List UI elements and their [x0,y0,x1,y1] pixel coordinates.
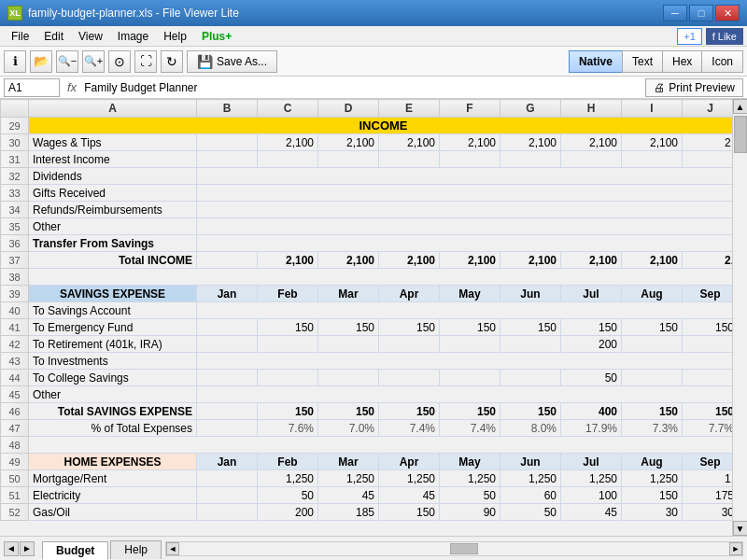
cell-e46[interactable]: 150 [379,403,440,420]
cell-c30[interactable]: 2,100 [258,134,318,151]
cell-j41[interactable]: 150 [683,319,733,336]
col-header-b[interactable]: B [197,100,258,118]
cell-i37[interactable]: 2,100 [622,252,683,269]
cell-f39[interactable]: May [440,286,500,302]
cell-b52[interactable] [197,504,258,521]
cell-c44[interactable] [258,370,318,386]
cell-a45[interactable]: Other [29,386,197,403]
tab-scroll-right[interactable]: ► [20,541,35,556]
cell-j50[interactable]: 1, [683,470,733,487]
cell-b46[interactable] [197,403,258,420]
cell-a52[interactable]: Gas/Oil [29,504,197,521]
cell-a35[interactable]: Other [29,218,197,235]
cell-f30[interactable]: 2,100 [440,134,500,151]
cell-a51[interactable]: Electricity [29,487,197,504]
cell-d37[interactable]: 2,100 [318,252,379,269]
view-native-button[interactable]: Native [569,50,623,73]
refresh-button[interactable]: ↻ [161,50,183,73]
cell-e51[interactable]: 45 [379,487,440,504]
menu-help[interactable]: Help [156,28,194,45]
cell-f46[interactable]: 150 [440,403,500,420]
cell-a43[interactable]: To Investments [29,353,197,370]
cell-e47[interactable]: 7.4% [379,420,440,437]
menu-image[interactable]: Image [110,28,156,45]
view-text-button[interactable]: Text [622,50,663,73]
cell-c39[interactable]: Feb [258,286,318,302]
cell-j46[interactable]: 150 [683,403,733,420]
cell-h44[interactable]: 50 [561,370,622,386]
cell-j49[interactable]: Sep [683,454,733,470]
cell-g49[interactable]: Jun [500,454,561,470]
cell-e30[interactable]: 2,100 [379,134,440,151]
home-expenses-header[interactable]: HOME EXPENSES [29,454,197,470]
cell-g47[interactable]: 8.0% [500,420,561,437]
cell-g39[interactable]: Jun [500,286,561,302]
cell-d44[interactable] [318,370,379,386]
cell-j39[interactable]: Sep [683,286,733,302]
cell-c49[interactable]: Feb [258,454,318,470]
col-header-a[interactable]: A [29,100,197,118]
cell-a46[interactable]: Total SAVINGS EXPENSE [29,403,197,420]
cell-e39[interactable]: Apr [379,286,440,302]
cell-g31[interactable] [500,151,561,168]
menu-view[interactable]: View [71,28,110,45]
cell-c31[interactable] [258,151,318,168]
cell-h31[interactable] [561,151,622,168]
cell-h46[interactable]: 400 [561,403,622,420]
folder-button[interactable]: 📂 [30,50,52,73]
cell-g41[interactable]: 150 [500,319,561,336]
cell-d47[interactable]: 7.0% [318,420,379,437]
maximize-button[interactable]: □ [689,5,713,21]
cell-e41[interactable]: 150 [379,319,440,336]
cell-f42[interactable] [440,336,500,353]
zoom-in-button[interactable]: 🔍+ [82,50,105,73]
cell-f47[interactable]: 7.4% [440,420,500,437]
cell-i44[interactable] [622,370,683,386]
cell-f52[interactable]: 90 [440,504,500,521]
cell-i42[interactable] [622,336,683,353]
cell-h49[interactable]: Jul [561,454,622,470]
zoom-out-button[interactable]: 🔍− [56,50,78,73]
menu-plus[interactable]: Plus+ [194,28,239,45]
vertical-scrollbar[interactable]: ▲ ▼ [732,99,747,536]
cell-h51[interactable]: 100 [561,487,622,504]
cell-i46[interactable]: 150 [622,403,683,420]
cell-g37[interactable]: 2,100 [500,252,561,269]
cell-j42[interactable] [683,336,733,353]
cell-i41[interactable]: 150 [622,319,683,336]
cell-a34[interactable]: Refunds/Reimbursements [29,202,197,218]
cell-c51[interactable]: 50 [258,487,318,504]
col-header-d[interactable]: D [318,100,379,118]
savings-header[interactable]: SAVINGS EXPENSE [29,286,197,302]
view-hex-button[interactable]: Hex [662,50,702,73]
col-header-h[interactable]: H [561,100,622,118]
cell-i39[interactable]: Aug [622,286,683,302]
cell-b50[interactable] [197,470,258,487]
cell-d51[interactable]: 45 [318,487,379,504]
cell-c37[interactable]: 2,100 [258,252,318,269]
cell-a47[interactable]: % of Total Expenses [29,420,197,437]
cell-j30[interactable]: 2, [683,134,733,151]
cell-a41[interactable]: To Emergency Fund [29,319,197,336]
cell-d50[interactable]: 1,250 [318,470,379,487]
col-header-e[interactable]: E [379,100,440,118]
cell-e42[interactable] [379,336,440,353]
cell-a30[interactable]: Wages & Tips [29,134,197,151]
cell-j47[interactable]: 7.7% [683,420,733,437]
cell-f50[interactable]: 1,250 [440,470,500,487]
horizontal-scrollbar[interactable]: ◄ ► [165,541,743,556]
cell-j51[interactable]: 175 [683,487,733,504]
cell-h39[interactable]: Jul [561,286,622,302]
cell-d30[interactable]: 2,100 [318,134,379,151]
cell-d46[interactable]: 150 [318,403,379,420]
cell-c50[interactable]: 1,250 [258,470,318,487]
cell-b30[interactable] [197,134,258,151]
save-as-button[interactable]: 💾 Save As... [187,50,277,73]
cell-h30[interactable]: 2,100 [561,134,622,151]
cell-d39[interactable]: Mar [318,286,379,302]
sheet-area[interactable]: A B C D E F G H I J 29 [0,99,732,536]
cell-h41[interactable]: 150 [561,319,622,336]
cell-c42[interactable] [258,336,318,353]
h-scroll-right[interactable]: ► [729,542,742,555]
cell-i49[interactable]: Aug [622,454,683,470]
